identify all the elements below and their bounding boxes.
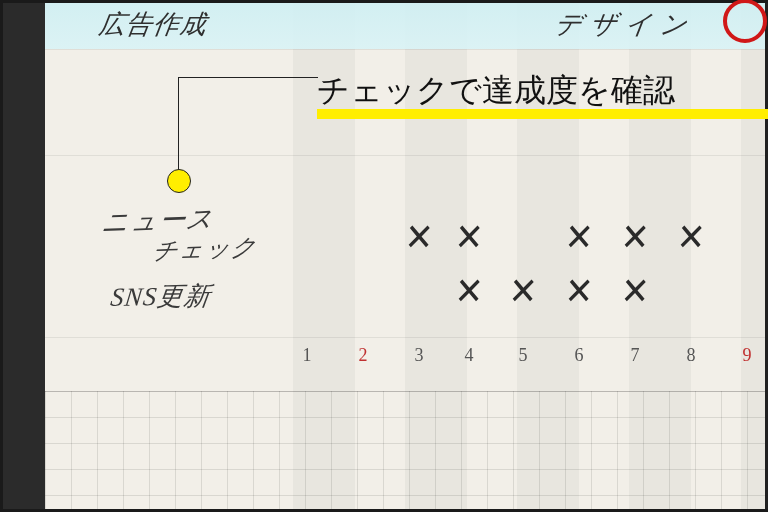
callout-text: チェックで達成度を確認: [317, 69, 675, 113]
check-x-icon: ✕: [563, 215, 594, 259]
day-number: 4: [449, 345, 489, 366]
day-number: 8: [671, 345, 711, 366]
top-task-left: 広告作成: [97, 7, 210, 42]
red-circle-mark: [723, 0, 767, 43]
check-x-icon: ✕: [675, 215, 706, 259]
callout-leader-vertical: [178, 77, 179, 177]
task-label-news-line2: チェック: [150, 231, 259, 267]
day-number: 9: [727, 345, 767, 366]
day-number: 1: [287, 345, 327, 366]
callout-leader-horizontal: [178, 77, 318, 78]
check-x-icon: ✕: [453, 269, 484, 313]
top-task-right: デザイン: [553, 7, 698, 42]
check-x-icon: ✕: [619, 269, 650, 313]
day-number: 7: [615, 345, 655, 366]
day-number: 6: [559, 345, 599, 366]
page-frame: 広告作成 デザイン チェックで達成度を確認 ニュース チェック SNS更新 ✕✕…: [0, 0, 768, 512]
day-number: 2: [343, 345, 383, 366]
day-number: 3: [399, 345, 439, 366]
check-x-icon: ✕: [403, 215, 434, 259]
task-label-sns: SNS更新: [109, 278, 214, 315]
check-x-icon: ✕: [619, 215, 650, 259]
notebook-spine: [3, 3, 45, 509]
check-x-icon: ✕: [563, 269, 594, 313]
callout-dot-icon: [167, 169, 191, 193]
day-number: 5: [503, 345, 543, 366]
day-number-row: 12345678910: [45, 345, 765, 373]
notebook-page: 広告作成 デザイン チェックで達成度を確認 ニュース チェック SNS更新 ✕✕…: [45, 3, 765, 509]
check-x-icon: ✕: [453, 215, 484, 259]
check-x-icon: ✕: [507, 269, 538, 313]
bottom-grid: [45, 391, 765, 509]
